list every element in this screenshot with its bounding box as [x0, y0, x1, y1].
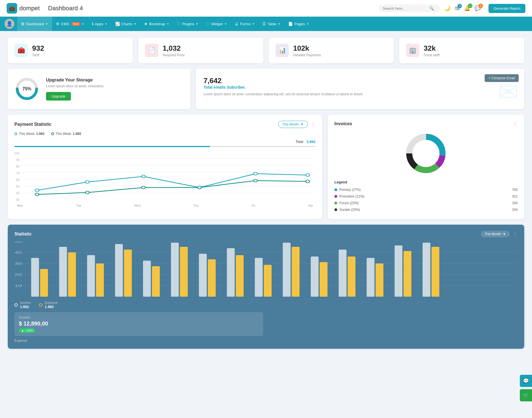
table-icon: ☰	[262, 22, 266, 26]
payment-progress-bar	[14, 146, 316, 147]
svg-rect-44	[115, 244, 123, 297]
expense-info: Expense 1.982	[45, 301, 58, 309]
svg-text:20: 20	[14, 273, 22, 276]
invoices-title: Invoices	[334, 121, 352, 126]
svg-rect-64	[395, 245, 402, 297]
svg-rect-39	[40, 269, 48, 297]
sidebar-item-bootstrap[interactable]: ★ Bootstrap ▼	[140, 17, 173, 31]
force-tariff-info: 32k Force tariff	[424, 44, 439, 57]
svg-point-27	[412, 140, 439, 167]
gift-button[interactable]: 🛍2	[455, 6, 460, 11]
detailed-payments-icon: 📊	[275, 44, 289, 57]
search-input[interactable]	[383, 6, 427, 11]
svg-rect-61	[348, 257, 355, 297]
list-item: Promotion (11%) 321	[334, 193, 518, 200]
svg-rect-63	[375, 263, 383, 297]
forum-dot	[334, 202, 337, 204]
gift-badge: 2	[457, 4, 462, 8]
sidebar-item-forms[interactable]: 🖨 Forms ▼	[231, 17, 259, 31]
statistic-bottom: Income 1.982 Expense 1.982 Income $	[14, 301, 518, 343]
invoice-legend-forum: Forum (22%)	[334, 201, 359, 205]
payment-total-row: Total 3.982	[14, 140, 316, 144]
svg-rect-67	[431, 247, 439, 297]
sidebar-item-table[interactable]: ☰ Table ▼	[259, 17, 284, 31]
promotion-value: 321	[512, 194, 518, 198]
upgrade-button[interactable]: Upgrade	[46, 92, 71, 101]
sidebar-item-pages[interactable]: 📄 Pages ▼	[284, 17, 313, 31]
legend-dot-week2	[51, 132, 54, 135]
cms-badge: New	[72, 22, 80, 26]
statistic-menu-button[interactable]: ⋮	[513, 231, 518, 237]
required-price-icon: 📄	[145, 44, 158, 57]
storage-card: 75% Upgrade Your Storage Lorem ipsum dol…	[8, 69, 190, 109]
chart-container: 10090807060504030	[14, 152, 316, 202]
sidebar-item-charts[interactable]: 📈 Charts ▼	[111, 17, 140, 31]
sidebar-item-widget[interactable]: ♡ Widget ▼	[202, 17, 231, 31]
svg-point-16	[86, 191, 89, 194]
email-title: Total emails Subcriber.	[204, 85, 516, 89]
payment-filter-button[interactable]: This Month ▼	[278, 121, 308, 128]
forum-value: 154	[512, 201, 518, 205]
statistic-bar-chart: 50 40 30 20 10	[14, 241, 518, 297]
income-box: Income $ 12,890,00 ▲ +15%	[14, 312, 263, 336]
statistic-card: Statistic This Month ▼ ⋮ 50 40 30 20 10	[8, 225, 524, 349]
svg-rect-49	[180, 247, 188, 297]
svg-rect-58	[311, 257, 318, 297]
svg-rect-38	[31, 258, 39, 297]
forms-icon: 🖨	[235, 22, 239, 26]
force-tariff-label: Force tariff	[424, 53, 439, 57]
svg-rect-65	[403, 251, 411, 297]
table-label: Table	[267, 22, 276, 26]
header: 💼 dompet Dashboard 4 🔍 🌙 🛍2 🔔12 💬5 Gener…	[0, 0, 532, 17]
email-card: 7,642 Total emails Subcriber. Lorem ipsu…	[196, 69, 524, 109]
search-icon[interactable]: 🔍	[429, 6, 434, 11]
main-content: 🧰 932 Tariff 📄 1,032 Required Price 📊 10…	[0, 31, 532, 355]
header-icons: 🌙 🛍2 🔔12 💬5 Generate Report	[444, 4, 525, 13]
svg-point-15	[35, 193, 39, 196]
storage-title: Upgrade Your Storage	[46, 78, 104, 83]
invoices-legend-list: Primary (27%) 763 Promotion (11%) 321 Fo…	[334, 186, 518, 213]
statistic-filter-button[interactable]: This Month ▼	[481, 231, 510, 237]
total-label: Total	[296, 140, 303, 144]
legend-item-week2: This Week 1.982	[51, 132, 81, 136]
force-tariff-icon: 🏢	[406, 44, 419, 57]
sidebar-item-apps[interactable]: ℹ Apps ▼	[88, 17, 111, 31]
generate-report-button[interactable]: Generate Report	[488, 4, 525, 13]
x-axis: MonTueWedThuFriSat	[14, 204, 316, 207]
expense-label: Expense	[45, 301, 58, 305]
primary-label: Primary (27%)	[339, 188, 361, 192]
invoices-menu-button[interactable]: ⋮	[513, 121, 518, 127]
stat-card-force-tariff: 🏢 32k Force tariff	[399, 38, 524, 63]
chat-button[interactable]: 💬5	[475, 5, 481, 11]
invoice-legend-primary: Primary (27%)	[334, 188, 361, 192]
stat-cards-row: 🧰 932 Tariff 📄 1,032 Required Price 📊 10…	[8, 38, 524, 63]
list-item: Socials (15%) 154	[334, 206, 518, 213]
plugins-icon: ♡	[177, 22, 181, 26]
bootstrap-label: Bootstrap	[149, 22, 165, 26]
sidebar-item-plugins[interactable]: ♡ Plugins ▼	[173, 17, 202, 31]
email-bg-icon: ✉	[498, 77, 519, 106]
svg-rect-48	[171, 243, 179, 297]
svg-point-10	[86, 181, 89, 183]
svg-rect-51	[208, 259, 216, 297]
invoices-header: Invoices ⋮	[334, 121, 518, 127]
tariff-value: 932	[32, 44, 44, 53]
legend-item-week1: This Week 1.982	[14, 132, 45, 136]
svg-point-14	[306, 174, 310, 176]
svg-point-20	[306, 180, 310, 183]
chevron-down-icon: ▼	[300, 122, 304, 126]
list-item: Forum (22%) 154	[334, 200, 518, 206]
sidebar-item-cms[interactable]: ⚙ CMS New ▼	[52, 17, 88, 31]
arrow-up-icon: ▲	[21, 329, 24, 332]
expense-label2: Expense	[14, 339, 263, 343]
storage-donut: 75%	[14, 76, 39, 101]
bootstrap-arrow-icon: ▼	[167, 22, 169, 25]
moon-button[interactable]: 🌙	[444, 5, 450, 11]
sidebar-item-dashboard[interactable]: ⊞ Dashboard ▼	[17, 17, 52, 31]
legend-title: Legend	[334, 180, 518, 184]
svg-rect-66	[423, 243, 430, 297]
payment-menu-button[interactable]: ⋮	[311, 121, 316, 127]
income-value-legend: 1.982	[20, 305, 31, 309]
total-value: 3.982	[306, 140, 316, 144]
bell-button[interactable]: 🔔12	[464, 5, 470, 11]
